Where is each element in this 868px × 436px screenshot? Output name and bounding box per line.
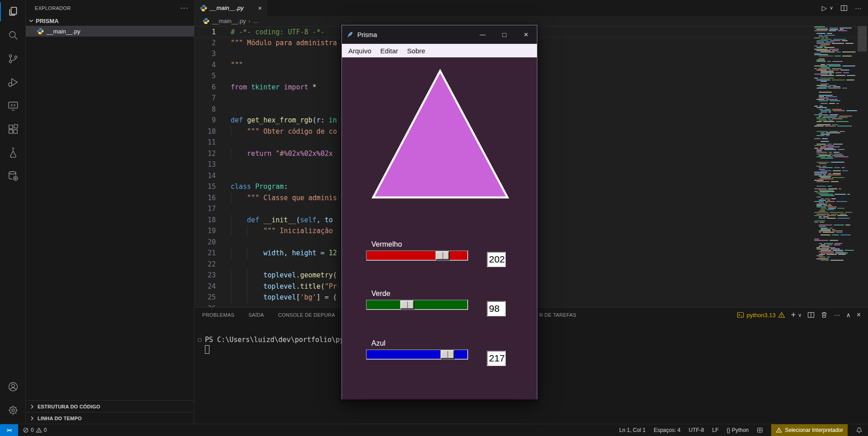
vermelho-slider-handle[interactable] xyxy=(436,251,449,260)
verde-slider-handle[interactable] xyxy=(400,300,414,309)
command-decoration-icon xyxy=(198,338,202,342)
more-actions-icon[interactable]: ··· xyxy=(855,4,862,12)
run-debug-icon[interactable] xyxy=(0,70,26,94)
panel-tab-tarefas[interactable]: R DE TAREFAS xyxy=(539,308,576,322)
line-number: 6 xyxy=(194,82,216,93)
azul-slider[interactable] xyxy=(366,349,468,360)
minimize-button[interactable]: — xyxy=(472,25,493,44)
panel-more-icon[interactable]: ··· xyxy=(834,311,840,319)
azul-label: Azul xyxy=(371,339,468,347)
explorer-sidebar: EXPLORADOR ··· PRISMA __main__.py ESTRUT… xyxy=(26,0,194,424)
panel-close-icon[interactable]: × xyxy=(857,311,861,319)
split-terminal-icon[interactable] xyxy=(807,311,815,319)
account-icon[interactable] xyxy=(0,375,26,398)
database-icon[interactable] xyxy=(0,164,26,188)
kill-terminal-icon[interactable] xyxy=(821,311,828,319)
chevron-down-icon xyxy=(28,17,35,24)
extensions-icon[interactable] xyxy=(0,117,26,141)
status-encoding[interactable]: UTF-8 xyxy=(689,427,704,433)
testing-icon[interactable] xyxy=(0,141,26,164)
line-number: 22 xyxy=(194,259,216,270)
status-indentation[interactable]: Espaços: 4 xyxy=(654,427,680,433)
vermelho-label: Vermelho xyxy=(371,240,468,248)
warnings-icon xyxy=(36,427,42,433)
line-number: 15 xyxy=(194,181,216,192)
status-eol[interactable]: LF xyxy=(712,427,719,433)
line-number: 21 xyxy=(194,248,216,259)
status-cursor-position[interactable]: Ln 1, Col 1 xyxy=(619,427,645,433)
sidebar-section-estrutura-do-c-digo[interactable]: ESTRUTURA DO CÓDIGO xyxy=(26,400,194,412)
line-number: 9 xyxy=(194,115,216,126)
line-number: 14 xyxy=(194,170,216,182)
terminal-cursor xyxy=(205,345,209,354)
azul-value-entry[interactable]: 217 xyxy=(487,351,506,366)
verde-value-entry[interactable]: 98 xyxy=(487,301,506,316)
line-number: 18 xyxy=(194,215,216,226)
notifications-bell-icon[interactable] xyxy=(856,427,868,434)
table-icon[interactable] xyxy=(757,427,763,433)
editor-actions: ▷ ∨ ··· xyxy=(821,0,862,16)
line-number: 3 xyxy=(194,48,216,60)
sidebar-title: EXPLORADOR xyxy=(35,5,180,11)
settings-gear-icon[interactable] xyxy=(0,398,26,422)
prisma-window: Prisma — □ × ArquivoEditarSobre Vermelho… xyxy=(342,25,537,399)
sidebar-item-main-py[interactable]: __main__.py xyxy=(26,26,194,37)
maximize-button[interactable]: □ xyxy=(493,25,515,44)
line-number: 20 xyxy=(194,237,216,248)
source-control-icon[interactable] xyxy=(0,47,26,70)
terminal-dropdown-icon[interactable]: ∨ xyxy=(798,312,802,318)
tab-main-py[interactable]: __main__.py × xyxy=(194,0,267,16)
editor-tab-bar: __main__.py × xyxy=(194,0,868,16)
panel-tab-problemas[interactable]: PROBLEMAS xyxy=(202,312,234,318)
verde-slider[interactable] xyxy=(366,300,468,310)
terminal-prompt: PS C:\Users\luizd\dev\portfolio\py xyxy=(205,336,344,344)
line-number: 1 xyxy=(194,27,216,38)
panel-tab-console-de-depura[interactable]: CONSOLE DE DEPURA xyxy=(278,312,335,318)
line-number: 7 xyxy=(194,93,216,104)
prisma-window-title: Prisma xyxy=(357,31,472,38)
select-interpreter-button[interactable]: Selecionar Interpretador xyxy=(771,424,848,436)
run-dropdown-icon[interactable]: ∨ xyxy=(830,5,833,11)
line-number: 13 xyxy=(194,159,216,170)
remote-indicator[interactable]: >< xyxy=(0,424,18,436)
remote-explorer-icon[interactable] xyxy=(0,94,26,117)
line-number: 25 xyxy=(194,292,216,303)
split-editor-icon[interactable] xyxy=(840,5,848,12)
new-terminal-icon[interactable]: + xyxy=(791,310,796,320)
prisma-canvas: Vermelho202Verde98Azul217 xyxy=(342,57,537,399)
terminal-profile[interactable]: python3.13 xyxy=(737,311,785,319)
menu-arquivo[interactable]: Arquivo xyxy=(344,44,376,57)
tab-close-icon[interactable]: × xyxy=(258,5,262,11)
activity-bar xyxy=(0,0,26,424)
minimap[interactable] xyxy=(814,26,856,279)
problems-summary[interactable]: 0 0 xyxy=(23,427,47,433)
status-language[interactable]: {} Python xyxy=(727,427,749,433)
warning-icon xyxy=(776,427,782,433)
breadcrumb-file: __main__.py xyxy=(212,18,246,24)
panel-tab-sa-da[interactable]: SAÍDA xyxy=(248,312,264,318)
azul-slider-handle[interactable] xyxy=(441,350,454,359)
sidebar-more-actions-icon[interactable]: ··· xyxy=(180,4,189,12)
terminal-icon xyxy=(737,311,744,319)
menu-editar[interactable]: Editar xyxy=(376,44,403,57)
panel-maximize-icon[interactable]: ∧ xyxy=(846,311,850,319)
line-number: 24 xyxy=(194,281,216,292)
terminal-area[interactable]: PS C:\Users\luizd\dev\portfolio\py xyxy=(198,336,344,354)
vermelho-slider[interactable] xyxy=(366,250,468,261)
line-number: 4 xyxy=(194,60,216,71)
vermelho-value-entry[interactable]: 202 xyxy=(487,252,506,267)
files-icon[interactable] xyxy=(0,0,26,23)
editor-scrollbar-thumb[interactable] xyxy=(858,26,867,52)
verde-label: Verde xyxy=(371,290,468,298)
menu-sobre[interactable]: Sobre xyxy=(403,44,430,57)
tab-label: __main__.py xyxy=(210,5,255,11)
close-button[interactable]: × xyxy=(515,25,537,44)
sidebar-section-prisma[interactable]: PRISMA xyxy=(26,16,194,26)
sidebar-section-linha-do-tempo[interactable]: LINHA DO TEMPO xyxy=(26,412,194,424)
search-icon[interactable] xyxy=(0,23,26,47)
run-button[interactable]: ▷ xyxy=(821,4,827,12)
line-number: 19 xyxy=(194,225,216,237)
python-file-icon xyxy=(200,5,207,12)
line-number: 12 xyxy=(194,148,216,159)
prisma-title-bar[interactable]: Prisma — □ × xyxy=(342,25,537,44)
